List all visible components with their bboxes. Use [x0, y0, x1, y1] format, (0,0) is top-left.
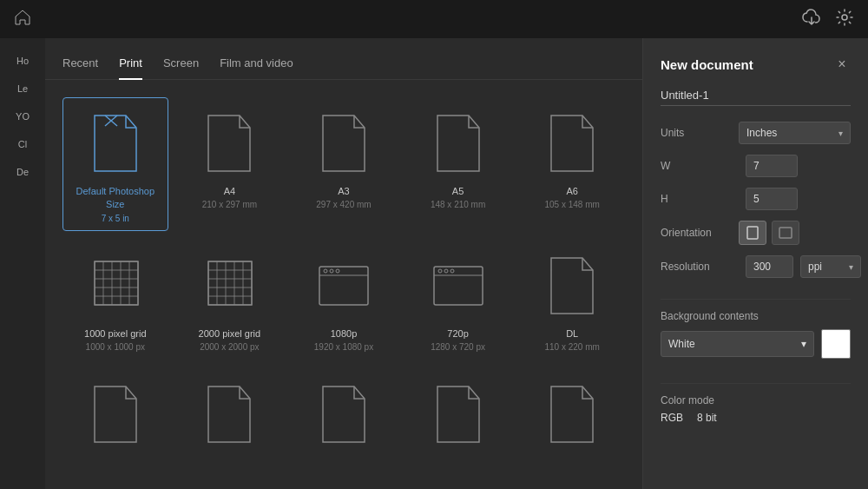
template-item[interactable]: A6 105 x 148 mm [519, 97, 625, 231]
template-name: 720p [447, 327, 468, 340]
template-item[interactable]: A5 148 x 210 mm [405, 97, 511, 231]
bg-contents-select[interactable]: White ▾ [661, 331, 814, 357]
width-input[interactable] [746, 155, 798, 177]
content-panel: Recent Print Screen Film and video Defau… [45, 38, 642, 489]
svg-point-33 [336, 269, 339, 273]
orientation-row: Orientation [661, 221, 851, 245]
svg-point-0 [842, 15, 847, 20]
template-name: Default Photoshop Size [70, 185, 161, 212]
color-mode-row: RGB 8 bit [661, 412, 851, 424]
sidebar-item-cloud[interactable]: Cl [0, 132, 45, 156]
portrait-button[interactable] [739, 221, 766, 245]
template-icon [312, 109, 375, 178]
template-name: DL [566, 327, 578, 340]
panel-title: New document [661, 57, 753, 72]
height-input[interactable] [746, 188, 798, 210]
svg-rect-16 [208, 261, 252, 305]
color-mode-value: RGB [661, 412, 683, 424]
sidebar-item-learn[interactable]: Le [0, 76, 45, 101]
width-label: W [661, 160, 739, 172]
color-bit-value: 8 bit [697, 412, 717, 424]
divider2 [661, 383, 851, 384]
height-label: H [661, 193, 739, 205]
template-item[interactable] [177, 368, 283, 466]
svg-rect-40 [779, 228, 792, 238]
right-panel: New document × Units Inches ▾ W H Orient… [642, 38, 868, 489]
template-icon [427, 251, 490, 320]
tab-screen[interactable]: Screen [163, 56, 199, 80]
tab-film-video[interactable]: Film and video [220, 56, 293, 80]
width-row: W [661, 155, 851, 177]
template-icon [198, 380, 260, 449]
template-item[interactable] [291, 368, 397, 466]
svg-point-32 [330, 269, 333, 273]
template-item[interactable]: 1080p 1920 x 1080 px [291, 240, 397, 360]
template-dims: 210 x 297 mm [202, 200, 257, 209]
landscape-button[interactable] [772, 221, 799, 245]
template-item[interactable]: 720p 1280 x 720 px [405, 240, 511, 360]
resolution-unit-select[interactable]: ppi ▾ [800, 255, 861, 278]
color-swatch[interactable] [821, 329, 851, 359]
top-bar-right [802, 8, 854, 31]
svg-rect-39 [747, 227, 758, 239]
template-item[interactable]: A3 297 x 420 mm [291, 97, 397, 231]
bg-contents-row: White ▾ [661, 329, 851, 359]
template-name: 1000 pixel grid [84, 327, 147, 340]
template-dims: 7 x 5 in [102, 214, 129, 223]
template-icon [312, 251, 375, 320]
sidebar-item-yo[interactable]: YO [0, 104, 45, 129]
sidebar-item-home[interactable]: Ho [0, 49, 45, 73]
resolution-label: Resolution [661, 261, 739, 273]
height-row: H [661, 188, 851, 210]
tabs: Recent Print Screen Film and video [45, 38, 642, 80]
template-dims: 1280 x 720 px [431, 342, 485, 352]
units-label: Units [661, 127, 739, 139]
settings-icon[interactable] [835, 8, 854, 31]
sidebar-item-de[interactable]: De [0, 160, 45, 184]
top-bar [0, 0, 868, 38]
svg-rect-3 [95, 261, 138, 305]
template-item[interactable]: 2000 pixel grid 2000 x 2000 px [177, 240, 283, 360]
template-item[interactable]: DL 110 x 220 mm [519, 240, 625, 360]
cloud-icon[interactable] [802, 8, 821, 31]
svg-point-36 [438, 269, 442, 273]
orientation-label: Orientation [661, 227, 739, 239]
bg-contents-label: Background contents [661, 310, 851, 322]
resolution-input[interactable] [746, 255, 793, 278]
template-item[interactable]: Default Photoshop Size 7 x 5 in [62, 97, 168, 231]
template-icon [84, 251, 147, 320]
template-dims: 148 x 210 mm [431, 200, 485, 209]
template-name: 1080p [331, 327, 358, 340]
tab-print[interactable]: Print [119, 56, 142, 80]
template-icon [427, 109, 490, 178]
template-name: 2000 pixel grid [199, 327, 261, 340]
template-icon [198, 251, 260, 320]
template-item[interactable] [62, 368, 168, 466]
divider [661, 299, 851, 300]
resolution-unit-value: ppi [808, 261, 822, 273]
svg-point-37 [444, 269, 448, 273]
template-name: A3 [338, 185, 349, 198]
color-mode-label: Color mode [661, 394, 851, 406]
tab-recent[interactable]: Recent [62, 56, 98, 80]
top-bar-left [14, 9, 31, 30]
template-name: A6 [566, 185, 577, 198]
units-select[interactable]: Inches ▾ [739, 122, 851, 144]
template-item[interactable] [519, 368, 625, 466]
template-icon [312, 380, 375, 449]
template-name: A5 [452, 185, 464, 198]
svg-point-38 [450, 269, 454, 273]
resolution-unit-chevron-icon: ▾ [849, 262, 853, 272]
template-item[interactable]: 1000 pixel grid 1000 x 1000 px [62, 240, 168, 360]
bg-contents-chevron-icon: ▾ [801, 338, 806, 350]
document-name-input[interactable] [661, 85, 851, 106]
home-icon[interactable] [14, 9, 31, 30]
units-chevron-icon: ▾ [838, 129, 843, 138]
template-icon [541, 251, 603, 320]
close-button[interactable]: × [833, 56, 851, 73]
template-item[interactable] [405, 368, 511, 466]
template-dims: 110 x 220 mm [545, 342, 600, 352]
resolution-row: Resolution ppi ▾ [661, 255, 851, 278]
template-item[interactable]: A4 210 x 297 mm [177, 97, 283, 231]
template-icon [84, 380, 147, 449]
